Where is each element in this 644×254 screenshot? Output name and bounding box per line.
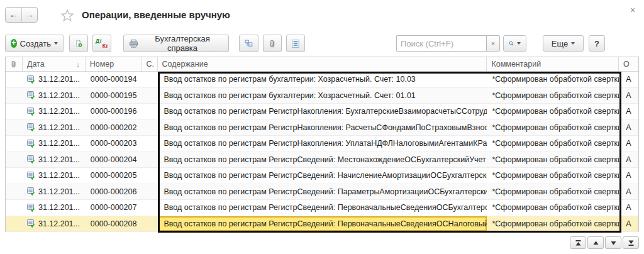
- row-status-cell: [142, 184, 158, 200]
- row-attachments-cell: [6, 152, 23, 168]
- table-row[interactable]: 31.12.201... 0000-000208 Ввод остатков п…: [6, 216, 638, 233]
- document-posted-icon: [26, 108, 35, 116]
- row-number: 0000-000194: [86, 72, 142, 87]
- row-attachments-cell: [6, 200, 23, 216]
- dt-kt-icon: Дт Кт: [96, 38, 108, 49]
- table-row[interactable]: 31.12.201... 0000-000202 Ввод остатков п…: [6, 120, 638, 136]
- row-number: 0000-000208: [86, 216, 142, 232]
- row-organization: А: [619, 104, 638, 119]
- row-date: 31.12.201...: [38, 123, 80, 132]
- back-button[interactable]: ←: [6, 8, 21, 22]
- list-report-icon: [292, 39, 299, 48]
- row-date-cell: 31.12.201...: [23, 120, 86, 136]
- table-body: 31.12.201... 0000-000194 Ввод остатков п…: [6, 72, 638, 232]
- row-status-cell: [142, 104, 158, 119]
- row-comment: *Сформирован обработкой свертки ...: [487, 120, 619, 136]
- create-button[interactable]: + Создать: [5, 35, 64, 52]
- search-clear-icon[interactable]: ×: [486, 35, 500, 52]
- table-row[interactable]: 31.12.201... 0000-000194 Ввод остатков п…: [6, 72, 638, 88]
- table-row[interactable]: 31.12.201... 0000-000206 Ввод остатков п…: [6, 184, 638, 201]
- row-date-cell: 31.12.201...: [23, 72, 86, 87]
- column-header-date[interactable]: Дата ↓: [23, 57, 86, 71]
- row-comment: *Сформирован обработкой свертки ...: [487, 168, 619, 184]
- search-options-button[interactable]: [503, 35, 526, 52]
- row-comment: *Сформирован обработкой свертки ...: [487, 216, 619, 232]
- row-comment: *Сформирован обработкой свертки ...: [487, 136, 619, 152]
- printer-icon: [129, 39, 138, 48]
- paperclip-icon: [269, 39, 276, 48]
- help-button[interactable]: ?: [589, 35, 605, 52]
- row-date: 31.12.201...: [38, 91, 80, 100]
- more-button[interactable]: Еще: [543, 35, 584, 52]
- row-date-cell: 31.12.201...: [23, 168, 86, 184]
- register-list-button[interactable]: [286, 35, 305, 52]
- document-structure-icon: [245, 38, 253, 48]
- row-comment: *Сформирован обработкой свертки ...: [487, 184, 619, 200]
- row-status-cell: [142, 88, 158, 104]
- related-documents-button[interactable]: [239, 35, 258, 52]
- row-content: Ввод остатков по регистрам РегистрСведен…: [158, 184, 487, 200]
- go-to-last-button[interactable]: [623, 236, 639, 249]
- row-date-cell: 31.12.201...: [23, 104, 86, 119]
- row-date: 31.12.201...: [38, 139, 80, 148]
- row-status-cell: [142, 152, 158, 168]
- document-posted-icon: [26, 172, 35, 180]
- column-header-status[interactable]: С.: [142, 57, 158, 71]
- column-header-number[interactable]: Номер: [86, 57, 142, 71]
- column-header-comment-label: Комментарий: [491, 60, 541, 69]
- table-row[interactable]: 31.12.201... 0000-000207 Ввод остатков п…: [6, 200, 638, 216]
- column-header-content[interactable]: Содержание: [158, 57, 487, 71]
- forward-button[interactable]: →: [21, 8, 37, 22]
- column-header-attachments[interactable]: [6, 57, 23, 71]
- column-header-organization[interactable]: О: [619, 57, 638, 71]
- row-status-cell: [142, 72, 158, 87]
- search-input[interactable]: [396, 35, 486, 52]
- chevron-down-icon: [517, 42, 521, 45]
- next-row-button[interactable]: [605, 236, 621, 249]
- row-number: 0000-000206: [86, 184, 142, 200]
- show-postings-button[interactable]: Дт Кт: [92, 35, 111, 52]
- row-attachments-cell: [6, 72, 23, 87]
- table-row[interactable]: 31.12.201... 0000-000196 Ввод остатков п…: [6, 104, 638, 120]
- row-content: Ввод остатков по регистрам РегистрСведен…: [158, 216, 487, 232]
- document-posted-icon: [26, 187, 35, 196]
- column-header-number-label: Номер: [90, 60, 114, 69]
- row-content: Ввод остатков по регистрам бухгалтерии: …: [158, 88, 487, 104]
- close-icon[interactable]: ×: [628, 5, 638, 15]
- sort-descending-icon: ↓: [76, 60, 80, 68]
- table-row[interactable]: 31.12.201... 0000-000203 Ввод остатков п…: [6, 136, 638, 152]
- row-date: 31.12.201...: [38, 171, 80, 180]
- column-header-organization-label: О: [623, 60, 630, 69]
- row-date: 31.12.201...: [38, 203, 80, 212]
- accounting-certificate-button[interactable]: Бухгалтерская справка: [123, 35, 229, 52]
- row-content: Ввод остатков по регистрам бухгалтерии: …: [158, 72, 487, 87]
- document-posted-icon: [26, 219, 35, 228]
- go-to-first-button[interactable]: [570, 236, 586, 249]
- row-organization: А: [619, 216, 638, 232]
- magnifier-icon: [509, 39, 514, 48]
- row-content: Ввод остатков по регистрам РегистрСведен…: [158, 200, 487, 216]
- row-attachments-cell: [6, 168, 23, 184]
- document-posted-icon: [26, 123, 35, 131]
- row-number: 0000-000202: [86, 120, 142, 136]
- dt-label: Дт: [96, 38, 102, 44]
- copy-document-button[interactable]: [69, 35, 88, 52]
- row-date: 31.12.201...: [38, 75, 80, 84]
- column-header-comment[interactable]: Комментарий: [487, 57, 619, 71]
- attachments-button[interactable]: [263, 35, 282, 52]
- row-organization: А: [619, 136, 638, 152]
- row-comment: *Сформирован обработкой свертки ...: [487, 88, 619, 104]
- document-posted-icon: [26, 91, 35, 99]
- table-row[interactable]: 31.12.201... 0000-000195 Ввод остатков п…: [6, 88, 638, 104]
- row-date-cell: 31.12.201...: [23, 136, 86, 152]
- row-date-cell: 31.12.201...: [23, 152, 86, 168]
- arrow-up-icon: [592, 240, 599, 246]
- previous-row-button[interactable]: [587, 236, 604, 249]
- row-content: Ввод остатков по регистрам РегистрНакопл…: [158, 104, 487, 119]
- row-attachments-cell: [6, 88, 23, 104]
- table-row[interactable]: 31.12.201... 0000-000205 Ввод остатков п…: [6, 168, 638, 184]
- favorite-star-icon[interactable]: [60, 9, 74, 22]
- table-row[interactable]: 31.12.201... 0000-000204 Ввод остатков п…: [6, 152, 638, 168]
- document-posted-icon: [26, 204, 35, 212]
- chevron-down-icon: [571, 42, 575, 45]
